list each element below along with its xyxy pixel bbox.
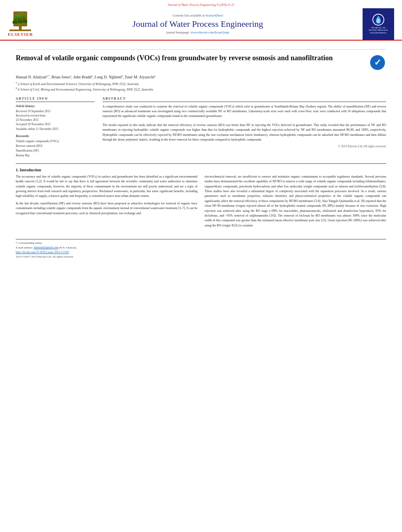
info-abstract-row: ARTICLE INFO Article history: Received 1… <box>16 97 386 158</box>
keyword-1: Volatile organic compounds (VOCs) <box>16 139 95 144</box>
intro-para-3: electrochemical removal, are insufficien… <box>205 174 386 228</box>
keyword-4: Botany Bay <box>16 153 95 158</box>
authors-line: Hamad N. Altalyana,*, Brian Jonesa, John… <box>16 74 386 79</box>
article-title-section: Removal of volatile organic compounds (V… <box>16 49 386 71</box>
crossmark-badge: ✓ <box>368 54 386 71</box>
copyright-line: © 2015 Elsevier Ltd. All rights reserved… <box>102 145 386 148</box>
doi-link[interactable]: http://dx.doi.org/10.1016/j.jwpe.2015.11… <box>16 250 69 254</box>
article-content: Removal of volatile organic compounds (V… <box>0 41 402 234</box>
corresponding-note: * Corresponding author. <box>16 241 386 245</box>
doi-note: http://dx.doi.org/10.1016/j.jwpe.2015.11… <box>16 250 386 254</box>
body-col-right: electrochemical removal, are insufficien… <box>205 174 386 230</box>
footer-section: * Corresponding author. E-mail address: … <box>16 239 386 258</box>
svg-rect-10 <box>18 20 22 23</box>
elsevier-text: ELSEVIER <box>8 32 33 37</box>
received-line: Received 19 September 2015 <box>16 109 95 113</box>
keywords-section: Keywords: Volatile organic compounds (VO… <box>16 134 95 158</box>
article-history-heading: Article history: <box>16 104 95 108</box>
journal-logo-icon <box>372 14 384 26</box>
article-info-column: ARTICLE INFO Article history: Received 1… <box>16 97 95 158</box>
article-title: Removal of volatile organic compounds (V… <box>16 54 368 63</box>
body-col-left: The occurrence and fate of volatile orga… <box>16 174 197 230</box>
svg-rect-3 <box>14 16 18 19</box>
water-process-icon <box>373 14 384 25</box>
keyword-3: Nanofiltration (NF) <box>16 148 95 153</box>
article-info-heading: ARTICLE INFO <box>16 97 95 102</box>
journal-label: Journal of Water Process Engineering 9 (… <box>8 3 394 7</box>
email-note: E-mail address: altalyan@gmail.com (H.N.… <box>16 246 386 249</box>
keywords-heading: Keywords: <box>16 134 95 138</box>
svg-rect-13 <box>9 30 31 31</box>
elsevier-logo: ELSEVIER <box>8 11 33 37</box>
header-center: Contents lists available at ScienceDirec… <box>33 14 363 34</box>
section-1-title: 1. Introduction <box>16 168 386 172</box>
logo-water-text: JOURNAL OFWATER PROCESSENGINEERING <box>369 27 388 35</box>
journal-title: Journal of Water Process Engineering <box>41 19 355 29</box>
body-divider <box>16 163 386 164</box>
journal-homepage: journal homepage: www.elsevier.com/locat… <box>41 31 355 34</box>
email-link[interactable]: altalyan@gmail.com <box>34 246 59 249</box>
elsevier-tree-icon <box>9 11 31 31</box>
accepted-line: Accepted 29 November 2015 <box>16 122 95 126</box>
author-altalyan: Hamad N. Altalyana,*, Brian Jonesa, John… <box>16 75 156 79</box>
svg-rect-8 <box>22 18 26 20</box>
abstract-column: ABSTRACT A comprehensive study was condu… <box>102 97 386 158</box>
svg-rect-7 <box>18 18 22 21</box>
abstract-heading: ABSTRACT <box>102 97 386 102</box>
crossmark-icon: ✓ <box>370 55 385 70</box>
svg-text:✓: ✓ <box>374 57 381 67</box>
revised-date-line: 23 November 2015 <box>16 118 95 122</box>
affiliation-b: b b School of Civil, Mining and Environm… <box>16 87 386 91</box>
svg-rect-5 <box>22 15 25 18</box>
received-revised-line: Received in revised form <box>16 113 95 118</box>
homepage-link[interactable]: www.elsevier.com/locate/jwpe <box>191 31 229 34</box>
journal-logo-box: JOURNAL OFWATER PROCESSENGINEERING <box>363 8 394 40</box>
abstract-text-2: The results reported in this study indic… <box>102 123 386 143</box>
svg-rect-9 <box>13 21 17 24</box>
svg-rect-6 <box>13 19 17 21</box>
abstract-text-1: A comprehensive study was conducted to e… <box>102 104 386 119</box>
header: Journal of Water Process Engineering 9 (… <box>0 0 402 41</box>
available-line: Available online 11 December 2015 <box>16 127 95 131</box>
affiliation-a: a a School of Earth and Environmental Sc… <box>16 81 386 86</box>
contents-line: Contents lists available at ScienceDirec… <box>41 14 355 17</box>
body-two-col: The occurrence and fate of volatile orga… <box>16 174 386 230</box>
issn-note: 2214-7144/© 2015 Elsevier Ltd. All right… <box>16 255 386 258</box>
page: Journal of Water Process Engineering 9 (… <box>0 0 402 532</box>
intro-para-1: The occurrence and fate of volatile orga… <box>16 174 197 199</box>
svg-rect-11 <box>23 20 27 23</box>
sciencedirect-link[interactable]: ScienceDirect <box>205 14 223 17</box>
intro-para-2: In the last decade, nanofiltration (NF) … <box>16 201 197 216</box>
keyword-2: Reverse osmosis (RO) <box>16 144 95 148</box>
